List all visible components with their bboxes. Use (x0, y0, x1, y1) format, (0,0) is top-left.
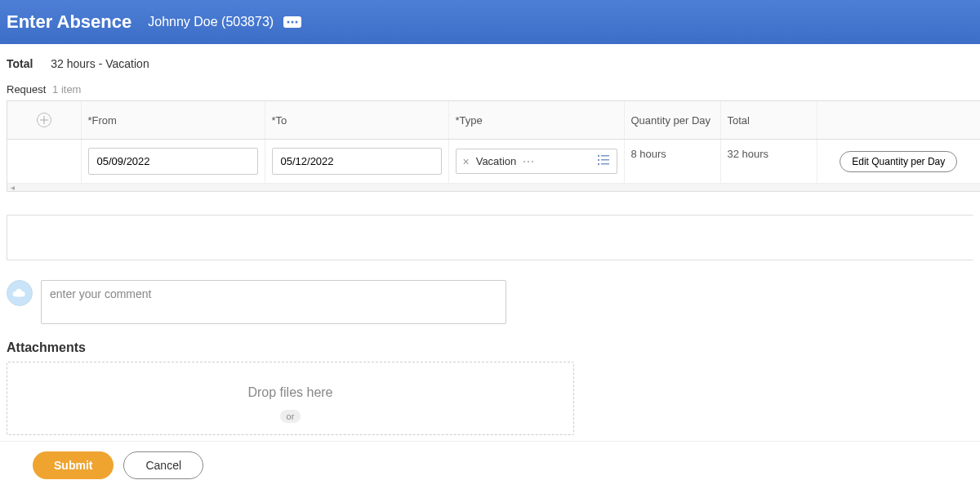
details-panel (7, 215, 973, 260)
comment-row (7, 280, 973, 324)
svg-point-0 (287, 21, 290, 24)
type-select[interactable]: × Vacation (456, 149, 617, 174)
more-icon (286, 19, 299, 25)
table-horizontal-scroll[interactable]: ◂ (7, 183, 980, 191)
table-row: × Vacation (7, 140, 980, 184)
comment-input[interactable] (41, 280, 506, 324)
attachments-dropzone[interactable]: Drop files here or (7, 362, 574, 435)
col-header-total: Total (720, 101, 817, 140)
plus-icon (40, 116, 48, 124)
svg-point-4 (528, 160, 529, 162)
summary-value: 32 hours - Vacation (51, 57, 149, 70)
svg-point-1 (292, 21, 294, 24)
request-count: 1 item (52, 83, 81, 96)
svg-point-10 (597, 163, 599, 165)
col-header-to: *To (265, 101, 448, 140)
svg-point-6 (597, 155, 599, 157)
svg-rect-7 (601, 155, 609, 157)
summary-label: Total (7, 57, 33, 70)
scroll-left-icon[interactable]: ◂ (11, 183, 15, 192)
svg-rect-9 (601, 159, 609, 161)
request-meta: Request 1 item (0, 80, 980, 100)
svg-point-2 (296, 21, 298, 24)
attachments-title: Attachments (7, 340, 973, 355)
or-badge: or (280, 410, 301, 423)
request-table: *From *To *Type Quantity per Day Total ×… (7, 100, 980, 192)
svg-point-8 (597, 159, 599, 161)
col-header-actions (817, 101, 980, 140)
edit-qpd-button[interactable]: Edit Quantity per Day (840, 151, 957, 172)
total-value: 32 hours (720, 140, 817, 184)
add-row-button[interactable] (37, 113, 51, 127)
type-value: Vacation (476, 155, 517, 167)
drop-text: Drop files here (7, 385, 573, 400)
type-more-icon[interactable] (523, 160, 536, 163)
employee-name: Johnny Doe (503873) (148, 15, 274, 29)
summary-row: Total 32 hours - Vacation (0, 44, 980, 80)
from-date-input[interactable] (88, 148, 258, 175)
related-actions-button[interactable] (283, 16, 301, 28)
header-bar: Enter Absence Johnny Doe (503873) (0, 0, 980, 44)
page-title: Enter Absence (7, 11, 131, 33)
col-header-from: *From (81, 101, 265, 140)
clear-type-icon[interactable]: × (463, 155, 470, 168)
col-header-qpd: Quantity per Day (624, 101, 720, 140)
to-date-input[interactable] (272, 148, 442, 175)
svg-point-3 (523, 160, 525, 162)
col-header-type: *Type (448, 101, 624, 140)
avatar (7, 280, 33, 306)
qpd-value: 8 hours (624, 140, 720, 184)
cloud-icon (12, 288, 27, 298)
svg-rect-11 (601, 163, 609, 165)
request-label: Request (7, 83, 46, 96)
svg-point-5 (532, 160, 533, 162)
type-prompt-icon[interactable] (597, 154, 610, 168)
